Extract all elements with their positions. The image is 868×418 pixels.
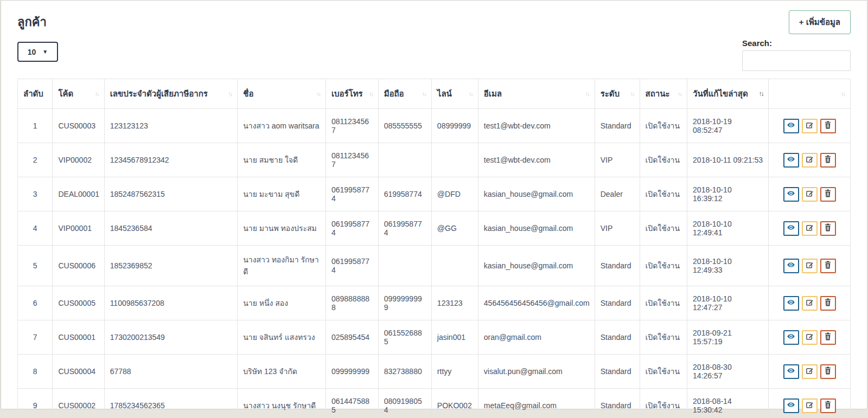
sort-arrows-icon: ↑↓ [422, 91, 426, 97]
delete-button[interactable] [820, 153, 836, 168]
column-header-line[interactable]: ไลน์↑↓ [431, 79, 478, 109]
cell-tax_id: 1730200213549 [104, 320, 238, 355]
cell-actions [769, 355, 851, 389]
cell-phone: 0619958774 [326, 211, 378, 246]
cell-phone: 0898888888 [326, 286, 378, 320]
page-length-value: 10 [28, 48, 36, 56]
cell-email: kasian_house@gmail.com [478, 246, 595, 286]
pencil-square-icon [806, 155, 814, 165]
column-header-actions[interactable]: ↑↓ [769, 79, 851, 109]
column-header-phone[interactable]: เบอร์โทร↑↓ [326, 79, 378, 109]
eye-icon [787, 261, 795, 271]
cell-mobile [378, 246, 431, 286]
edit-button[interactable] [802, 187, 818, 202]
cell-email: test1@wbt-dev.com [478, 109, 595, 143]
cell-line: @DFD [431, 177, 478, 211]
view-button[interactable] [783, 119, 799, 133]
column-header-email[interactable]: อีเมล↑↓ [478, 79, 595, 109]
view-button[interactable] [783, 330, 799, 345]
delete-button[interactable] [820, 364, 836, 379]
column-label: ระดับ [601, 87, 620, 100]
cell-level: Standard [595, 389, 640, 418]
delete-button[interactable] [820, 330, 836, 345]
edit-button[interactable] [802, 398, 818, 413]
cell-no: 2 [18, 143, 53, 177]
column-header-mobile[interactable]: มือถือ↑↓ [378, 79, 431, 109]
view-button[interactable] [783, 296, 799, 311]
edit-button[interactable] [802, 153, 818, 168]
delete-button[interactable] [820, 398, 836, 413]
cell-line [431, 143, 478, 177]
cell-level: VIP [595, 143, 640, 177]
cell-tax_id: 12345678912342 [104, 143, 238, 177]
eye-icon [787, 121, 795, 131]
column-label: ชื่อ [243, 87, 253, 100]
trash-icon [824, 401, 832, 410]
cell-email: 456456456456456@gmail.com [478, 286, 595, 320]
table-row: 4VIP000011845236584นาย มานพ ทองประสม0619… [18, 211, 851, 246]
eye-icon [787, 298, 795, 308]
page-length-select[interactable]: 10 ▼ [17, 42, 58, 62]
view-button[interactable] [783, 259, 799, 273]
cell-line: POKO002 [431, 389, 478, 418]
cell-code: CUS00004 [53, 355, 104, 389]
edit-button[interactable] [802, 296, 818, 311]
sort-arrows-icon: ↑↓ [841, 91, 845, 97]
cell-email: visalut.pun@gmail.com [478, 355, 595, 389]
cell-name: นาย สมชาย ใจดี [238, 143, 326, 177]
trash-icon [824, 121, 832, 131]
cell-actions [769, 143, 851, 177]
cell-email: kasian_house@gmail.com [478, 177, 595, 211]
delete-button[interactable] [820, 259, 836, 273]
edit-button[interactable] [802, 119, 818, 133]
customers-table: ลำดับโค้ด↑↓เลขประจำตัวผู้เสียภาษีอากร↑↓ช… [17, 79, 851, 418]
cell-code: CUS00003 [53, 109, 104, 143]
column-header-tax_id[interactable]: เลขประจำตัวผู้เสียภาษีอากร↑↓ [104, 79, 238, 109]
search-area: Search: [742, 38, 851, 71]
trash-icon [824, 366, 832, 376]
column-header-code[interactable]: โค้ด↑↓ [53, 79, 104, 109]
cell-email: oran@gmail.com [478, 320, 595, 355]
cell-level: Dealer [595, 177, 640, 211]
pencil-square-icon [806, 261, 814, 271]
delete-button[interactable] [820, 119, 836, 133]
eye-icon [787, 332, 795, 342]
pencil-square-icon [806, 366, 814, 376]
edit-button[interactable] [802, 330, 818, 345]
cell-phone: 0811234567 [326, 143, 378, 177]
table-header-row: ลำดับโค้ด↑↓เลขประจำตัวผู้เสียภาษีอากร↑↓ช… [18, 79, 851, 109]
delete-button[interactable] [820, 187, 836, 202]
view-button[interactable] [783, 364, 799, 379]
cell-line: 123123 [431, 286, 478, 320]
view-button[interactable] [783, 187, 799, 202]
edit-button[interactable] [802, 364, 818, 379]
cell-status: เปิดใช้งาน [640, 246, 687, 286]
column-header-updated[interactable]: วันที่แก้ไขล่าสุด↑↓ [687, 79, 769, 109]
eye-icon [787, 366, 795, 376]
edit-button[interactable] [802, 221, 818, 236]
column-header-status[interactable]: สถานะ↑↓ [640, 79, 687, 109]
cell-status: เปิดใช้งาน [640, 286, 687, 320]
view-button[interactable] [783, 153, 799, 168]
search-input[interactable] [742, 50, 851, 71]
cell-email: test1@wbt-dev.com [478, 143, 595, 177]
delete-button[interactable] [820, 296, 836, 311]
cell-status: เปิดใช้งาน [640, 211, 687, 246]
cell-phone: 0619958774 [326, 246, 378, 286]
column-header-level[interactable]: ระดับ↑↓ [595, 79, 640, 109]
cell-status: เปิดใช้งาน [640, 389, 687, 418]
edit-button[interactable] [802, 259, 818, 273]
cell-no: 3 [18, 177, 53, 211]
table-controls: 10 ▼ Search: [17, 42, 851, 71]
column-header-name[interactable]: ชื่อ↑↓ [238, 79, 326, 109]
view-button[interactable] [783, 398, 799, 413]
cell-no: 6 [18, 286, 53, 320]
column-label: ไลน์ [437, 87, 452, 100]
add-data-button[interactable]: + เพิ่มข้อมูล [789, 10, 851, 34]
trash-icon [824, 332, 832, 342]
eye-icon [787, 223, 795, 233]
cell-level: Standard [595, 109, 640, 143]
chevron-down-icon: ▼ [42, 49, 48, 55]
delete-button[interactable] [820, 221, 836, 236]
view-button[interactable] [783, 221, 799, 236]
